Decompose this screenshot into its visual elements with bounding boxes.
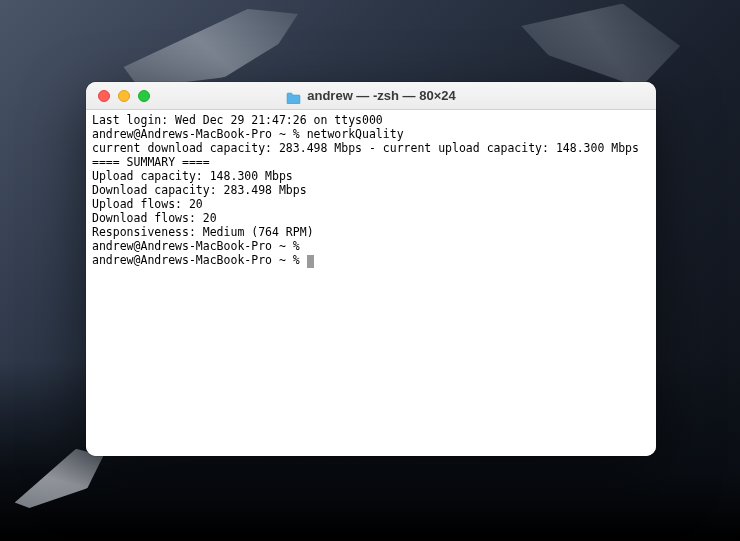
terminal-window: andrew — -zsh — 80×24 Last login: Wed De…: [86, 82, 656, 456]
terminal-output[interactable]: Last login: Wed Dec 29 21:47:26 on ttys0…: [86, 110, 656, 456]
terminal-prompt-line: andrew@Andrews-MacBook-Pro ~ %: [92, 253, 650, 267]
terminal-line: Download capacity: 283.498 Mbps: [92, 183, 650, 197]
terminal-line: Last login: Wed Dec 29 21:47:26 on ttys0…: [92, 113, 650, 127]
title-bar[interactable]: andrew — -zsh — 80×24: [86, 82, 656, 110]
terminal-line: andrew@Andrews-MacBook-Pro ~ %: [92, 239, 650, 253]
close-button[interactable]: [98, 90, 110, 102]
wallpaper-ship: [514, 0, 685, 93]
terminal-line: current download capacity: 283.498 Mbps …: [92, 141, 650, 155]
terminal-line: Responsiveness: Medium (764 RPM): [92, 225, 650, 239]
traffic-lights: [86, 90, 150, 102]
folder-icon: [286, 90, 301, 102]
terminal-prompt: andrew@Andrews-MacBook-Pro ~ %: [92, 253, 307, 267]
terminal-line: Upload flows: 20: [92, 197, 650, 211]
terminal-line: Download flows: 20: [92, 211, 650, 225]
maximize-button[interactable]: [138, 90, 150, 102]
window-title: andrew — -zsh — 80×24: [307, 88, 455, 103]
terminal-line: andrew@Andrews-MacBook-Pro ~ % networkQu…: [92, 127, 650, 141]
minimize-button[interactable]: [118, 90, 130, 102]
cursor: [307, 255, 314, 268]
terminal-line: ==== SUMMARY ====: [92, 155, 650, 169]
title-content: andrew — -zsh — 80×24: [86, 88, 656, 103]
terminal-line: Upload capacity: 148.300 Mbps: [92, 169, 650, 183]
